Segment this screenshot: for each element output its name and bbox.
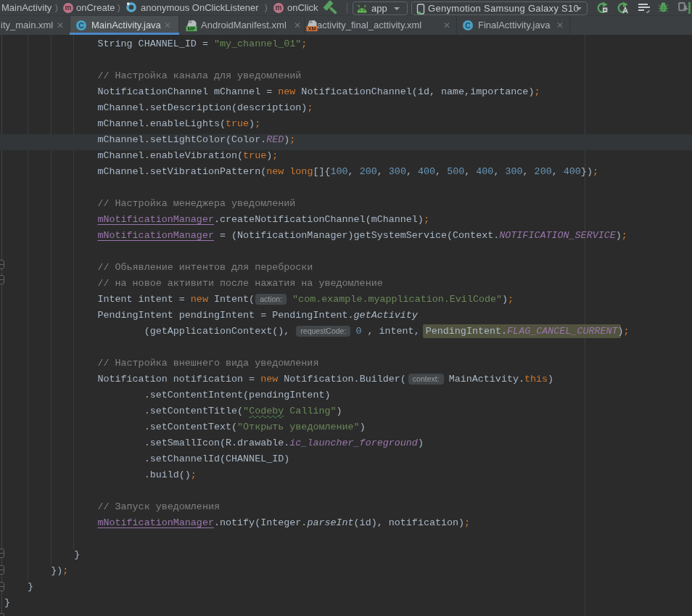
svg-text:XM: XM [308,25,316,31]
svg-text:C: C [465,21,471,30]
svg-text:MF: MF [188,25,196,31]
svg-text:C: C [78,21,84,30]
